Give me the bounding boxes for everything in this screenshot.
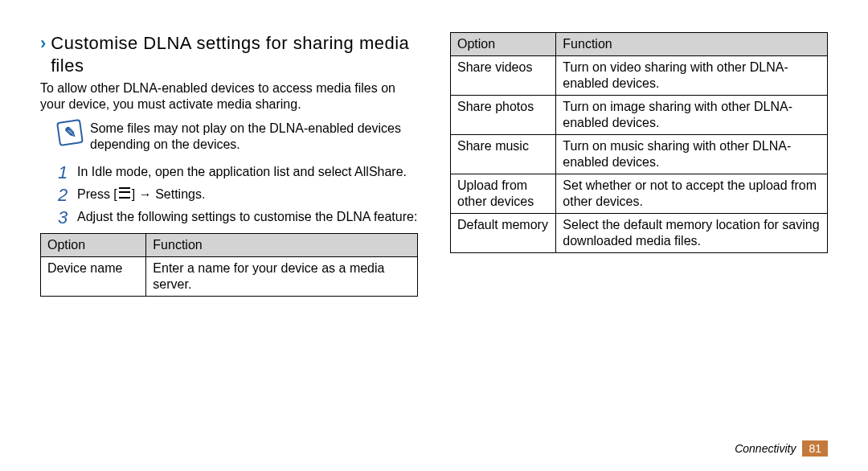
table-row: Default memory Select the default memory… [451,214,828,253]
th-function: Function [146,234,418,257]
section-heading: › Customise DLNA settings for sharing me… [40,32,418,77]
table-row: Share music Turn on music sharing with o… [451,135,828,174]
chevron-icon: › [40,32,46,55]
step-text: Adjust the following settings to customi… [77,209,417,225]
table-row: Device name Enter a name for your device… [41,257,418,297]
td-option: Share photos [451,96,556,135]
table-row: Share videos Turn on video sharing with … [451,56,828,96]
note-text: Some ﬁles may not play on the DLNA-enabl… [90,121,418,153]
td-function: Set whether or not to accept the upload … [556,174,828,214]
options-table-right: Option Function Share videos Turn on vid… [450,32,828,253]
td-option: Upload from other devices [451,174,556,214]
step-text: Press [] → Settings. [77,186,205,203]
heading-text: Customise DLNA settings for sharing medi… [51,32,418,77]
td-function: Turn on image sharing with other DLNA-en… [556,96,828,135]
page-footer: Connectivity 81 [735,440,828,457]
manual-page: › Customise DLNA settings for sharing me… [0,0,868,471]
menu-icon [119,187,130,199]
left-column: › Customise DLNA settings for sharing me… [40,32,418,471]
intro-text: To allow other DLNA-enabled devices to a… [40,80,418,113]
page-number: 81 [802,440,828,457]
td-option: Share videos [451,56,556,96]
options-table-left: Option Function Device name Enter a name… [40,233,418,297]
step-text: In Idle mode, open the application list … [77,164,407,180]
step-1: 1 In Idle mode, open the application lis… [58,164,418,182]
step-number: 1 [58,164,77,182]
th-option: Option [451,33,556,56]
step-3: 3 Adjust the following settings to custo… [58,209,418,227]
td-option: Device name [41,257,146,297]
th-option: Option [41,234,146,257]
note-block: ✎ Some ﬁles may not play on the DLNA-ena… [58,121,418,153]
td-function: Enter a name for your device as a media … [146,257,418,297]
step2-post: ] → Settings. [132,187,206,201]
td-function: Turn on video sharing with other DLNA-en… [556,56,828,96]
td-option: Share music [451,135,556,174]
td-function: Turn on music sharing with other DLNA-en… [556,135,828,174]
step-2: 2 Press [] → Settings. [58,186,418,204]
table-header-row: Option Function [451,33,828,56]
table-row: Share photos Turn on image sharing with … [451,96,828,135]
step2-pre: Press [ [77,187,117,201]
td-function: Select the default memory location for s… [556,214,828,253]
right-column: Option Function Share videos Turn on vid… [450,32,828,471]
table-row: Upload from other devices Set whether or… [451,174,828,214]
footer-section: Connectivity [735,442,796,455]
step-number: 3 [58,209,77,227]
td-option: Default memory [451,214,556,253]
note-icon: ✎ [56,119,84,146]
table-header-row: Option Function [41,234,418,257]
th-function: Function [556,33,828,56]
step-number: 2 [58,186,77,204]
